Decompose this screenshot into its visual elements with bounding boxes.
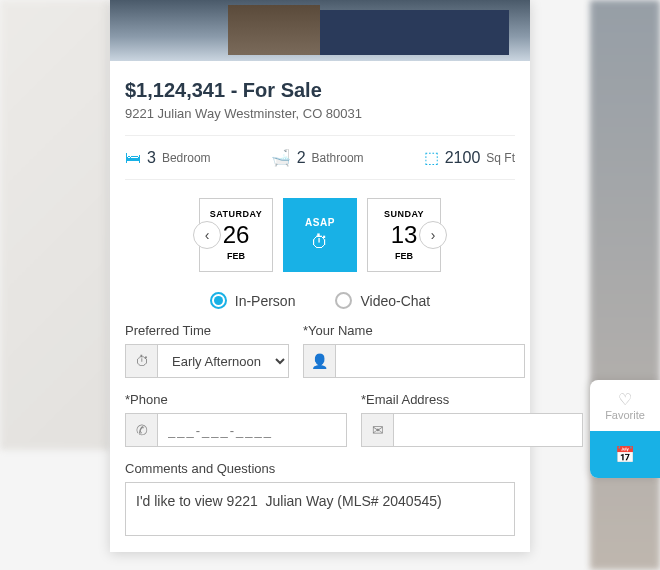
preferred-time-select[interactable]: Early Afternoon xyxy=(158,345,288,377)
address: 9221 Julian Way Westminster, CO 80031 xyxy=(125,106,515,136)
phone-input[interactable] xyxy=(158,414,346,446)
bedroom-label: Bedroom xyxy=(162,151,211,165)
bathroom-label: Bathroom xyxy=(312,151,364,165)
listing-card: $1,124,341 - For Sale 9221 Julian Way We… xyxy=(110,0,530,552)
date-option-asap[interactable]: ASAP ⏱ xyxy=(283,198,357,272)
person-icon: 👤 xyxy=(304,345,336,377)
stopwatch-icon: ⏱ xyxy=(311,232,329,253)
asap-label: ASAP xyxy=(305,217,335,228)
date-next-button[interactable]: › xyxy=(419,221,447,249)
radio-label: In-Person xyxy=(235,293,296,309)
name-input[interactable] xyxy=(336,345,524,377)
bathroom-count: 2 xyxy=(297,149,306,167)
calendar-icon: 📅 xyxy=(615,446,635,463)
radio-icon xyxy=(335,292,352,309)
date-month: FEB xyxy=(227,251,245,261)
bed-icon: 🛏 xyxy=(125,149,141,167)
heart-icon: ♡ xyxy=(598,390,652,409)
background-blur-left xyxy=(0,0,110,450)
date-day: 26 xyxy=(223,221,250,249)
date-day: 13 xyxy=(391,221,418,249)
price-status: $1,124,341 - For Sale xyxy=(125,79,515,102)
tour-type-group: In-Person Video-Chat xyxy=(125,284,515,323)
stat-bathrooms: 🛁 2 Bathroom xyxy=(271,148,364,167)
comments-label: Comments and Questions xyxy=(125,461,515,476)
email-label: *Email Address xyxy=(361,392,583,407)
clock-icon: ⏱ xyxy=(126,345,158,377)
listing-hero-image xyxy=(110,0,530,61)
listing-stats: 🛏 3 Bedroom 🛁 2 Bathroom ⬚ 2100 Sq Ft xyxy=(125,136,515,180)
stat-sqft: ⬚ 2100 Sq Ft xyxy=(424,148,515,167)
bath-icon: 🛁 xyxy=(271,148,291,167)
sqft-label: Sq Ft xyxy=(486,151,515,165)
radio-label: Video-Chat xyxy=(360,293,430,309)
phone-label: *Phone xyxy=(125,392,347,407)
radio-in-person[interactable]: In-Person xyxy=(210,292,296,309)
bedroom-count: 3 xyxy=(147,149,156,167)
background-blur-right xyxy=(590,0,660,570)
date-month: FEB xyxy=(395,251,413,261)
comments-textarea[interactable] xyxy=(125,482,515,536)
radio-icon xyxy=(210,292,227,309)
sqft-icon: ⬚ xyxy=(424,148,439,167)
preferred-time-label: Preferred Time xyxy=(125,323,289,338)
side-actions-panel: ♡ Favorite 📅 xyxy=(590,380,660,478)
sqft-count: 2100 xyxy=(445,149,481,167)
favorite-button[interactable]: ♡ Favorite xyxy=(590,380,660,431)
radio-video-chat[interactable]: Video-Chat xyxy=(335,292,430,309)
date-dow: SATURDAY xyxy=(210,209,263,219)
stat-bedrooms: 🛏 3 Bedroom xyxy=(125,148,211,167)
phone-icon: ✆ xyxy=(126,414,158,446)
schedule-button[interactable]: 📅 xyxy=(590,431,660,478)
email-icon: ✉ xyxy=(362,414,394,446)
date-picker: ‹ SATURDAY 26 FEB ASAP ⏱ SUNDAY 13 FEB › xyxy=(125,180,515,284)
name-label: *Your Name xyxy=(303,323,525,338)
date-dow: SUNDAY xyxy=(384,209,424,219)
favorite-label: Favorite xyxy=(598,409,652,421)
date-prev-button[interactable]: ‹ xyxy=(193,221,221,249)
email-input[interactable] xyxy=(394,414,582,446)
